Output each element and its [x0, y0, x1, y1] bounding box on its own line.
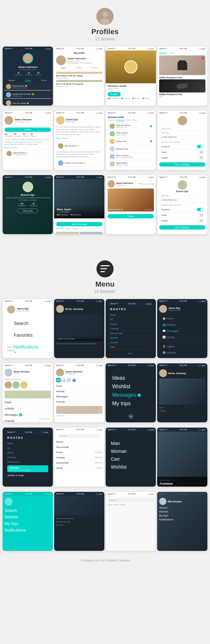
route-menu[interactable]: Menu [110, 313, 151, 317]
menu-status-3: Sketch ®9:41 AM⬡ 42% [108, 302, 153, 306]
route-2-accessories[interactable]: Accessories [7, 460, 48, 464]
filter-wishlist[interactable]: Wishlist [111, 464, 151, 470]
edit-name: Erlend Oye [159, 190, 205, 192]
brands-item[interactable]: Brands → [56, 439, 102, 445]
teal-notif[interactable]: Notifications [5, 528, 51, 533]
shoes-cat-item[interactable]: Shoes 315 items [56, 450, 102, 455]
route-wishlist[interactable]: Wishlist [110, 340, 151, 345]
facebook-toggle[interactable] [197, 145, 203, 148]
filter-cart[interactable]: Cart [111, 456, 151, 462]
brian-avatar [5, 369, 12, 376]
follow-button-nicholas[interactable]: Follow [108, 92, 121, 96]
wishlist-item[interactable]: Wishlist [112, 384, 130, 390]
mike-my-trips[interactable]: My trips [159, 514, 205, 517]
view-profile-button[interactable]: View profile [17, 209, 38, 213]
person-erlend: Erlend Oye [108, 138, 154, 145]
menu-favorites[interactable]: Favorites [7, 329, 48, 341]
teal-my-trips[interactable]: My trips [5, 521, 51, 526]
menu-status-9: Sketch ®9:41 AM⬡ 41% [5, 430, 50, 434]
route-2-jackets[interactable]: Jackets & Coats [7, 473, 48, 478]
route-sale[interactable]: Sale [110, 345, 151, 350]
profiles-header: Profiles 12 Screens [0, 0, 210, 47]
james-activity[interactable]: Activity [56, 389, 102, 394]
clothing-cat-item[interactable]: Clothing 148 items [56, 455, 102, 460]
save-changes-button[interactable]: Save changes [159, 162, 205, 167]
dark-settings[interactable]: ⚙️ Settings [159, 350, 205, 356]
feed-sub-2: Barcelona, Spain [56, 85, 102, 87]
james-messages[interactable]: Messages [56, 394, 102, 399]
route-accessories[interactable]: Accessories [110, 331, 151, 336]
close-ideas-btn[interactable]: × [128, 414, 134, 419]
teal-wishlist[interactable]: Wishlist [5, 515, 51, 519]
james-reviews-count: 27 Reviews [116, 184, 133, 186]
route-clothing[interactable]: Clothing [110, 327, 151, 331]
facebook-toggle-2[interactable] [197, 208, 203, 211]
route-2-shoes[interactable]: Shoes [7, 451, 48, 455]
brian-activity[interactable]: Activity [5, 406, 51, 412]
james-feed-item[interactable]: Feed [56, 384, 102, 389]
dark-activity[interactable]: 📊 Activity [159, 334, 205, 340]
simple-search-input[interactable]: Search... [108, 498, 154, 502]
route-all[interactable]: All [110, 317, 151, 322]
follow-button-bio[interactable]: Follow [5, 128, 51, 132]
person-oleg: Oleg Alexandrov New York, USA [108, 123, 154, 130]
profiles-title: Profiles [91, 28, 118, 36]
friends-avatar [159, 305, 167, 313]
erlend-grad-stats: 241Followers 30Following [18, 203, 37, 207]
route-2-all[interactable]: All [7, 446, 48, 451]
filter-man[interactable]: Man [111, 441, 151, 446]
goods-cat-item[interactable]: Goods 54 items [56, 466, 102, 471]
google-toggle-2[interactable] [197, 219, 203, 222]
accessories-cat-item[interactable]: Accessories 100 items [56, 460, 102, 466]
profile-photo-menu: Sketch ®9:41 AM⬡ 42% Berlin, Germany Sho… [157, 363, 207, 422]
pm-item-2[interactable]: Clothing [159, 409, 205, 413]
mike-wishlist[interactable]: Wishlist [159, 510, 205, 513]
dm-item-3[interactable]: By Hilton [56, 523, 102, 527]
twitter-toggle-2[interactable] [197, 213, 203, 217]
james-friends-item[interactable]: Friends [56, 399, 102, 405]
menu-section: Menu 14 Screens* Sketch ®9:41 AM⬡ 41% Ja… [0, 252, 210, 565]
interesting-label: Interesting authors [5, 378, 51, 380]
feed-sub-1: Istanbul, Turkey [56, 77, 102, 79]
mike-search[interactable]: Search [159, 506, 205, 509]
route-footwear-highlight[interactable]: Footwear Pitt Country, Arctic Studies... [7, 465, 48, 472]
twitter-toggle[interactable] [197, 151, 203, 154]
filter-woman[interactable]: Woman [111, 449, 151, 454]
erlend-profile-screen: Sketch ®9:41 AM⬡ 42% Erlend Oye 25 Revie… [54, 111, 104, 170]
ideas-item[interactable]: Ideas [112, 375, 125, 381]
erlend-name: Erlend Oye [66, 118, 78, 121]
routes-title-2: ROUTES [7, 436, 48, 439]
send-message-btn[interactable]: Send Message [56, 222, 102, 226]
mytrips-item[interactable]: My trips [112, 401, 131, 407]
dark-messages[interactable]: 💬 Messages [159, 328, 205, 334]
dm-item-1[interactable]: Double Tree by Hilton [56, 517, 102, 520]
brian-feed-item[interactable]: Feed [5, 399, 51, 406]
friends-role: Image designer [168, 309, 181, 311]
menu-home[interactable]: Home [7, 346, 14, 348]
profiles-grid-row2: Sketch ®9:41 AM⬡ 41% James Harrison Los … [0, 111, 210, 175]
route-shoes[interactable]: Shoes [110, 322, 151, 327]
menu-logout[interactable]: Logout [7, 349, 14, 352]
james-feed-header: James Harrison 12 Followers [56, 369, 102, 376]
follow-james-btn[interactable]: Follow [108, 214, 154, 218]
new-arrivals-item[interactable]: New arrivals → [56, 445, 102, 450]
teal-search[interactable]: Search [5, 508, 51, 513]
dark-home[interactable]: 🏠 Home [159, 315, 205, 322]
route-women[interactable]: Women [110, 336, 151, 340]
google-toggle[interactable] [197, 156, 203, 159]
save-changes-btn-2[interactable]: Save changes [159, 225, 205, 230]
menu-search[interactable]: Search [7, 317, 48, 329]
mike-notifications[interactable]: Notifications [159, 518, 205, 521]
messages-item[interactable]: Messages ● [112, 392, 141, 398]
read-more[interactable]: Read full review [5, 147, 51, 149]
dm-item-2[interactable]: Marriott New York [56, 520, 102, 523]
route-2-clothing[interactable]: Clothing [7, 455, 48, 460]
dark-logout[interactable]: 🚪 Logout [159, 343, 205, 350]
erlend-read-more[interactable]: Read full review [56, 137, 102, 139]
settings-avatar-wrap [159, 116, 205, 125]
pm-item-1[interactable]: Shoes [159, 406, 205, 409]
route-2-menu[interactable]: Menu [7, 441, 48, 446]
dark-friends[interactable]: 👥 Friends [159, 322, 205, 328]
brian-messages[interactable]: Messages 3 [5, 412, 51, 418]
search-brands-input[interactable]: Search... [58, 434, 100, 438]
